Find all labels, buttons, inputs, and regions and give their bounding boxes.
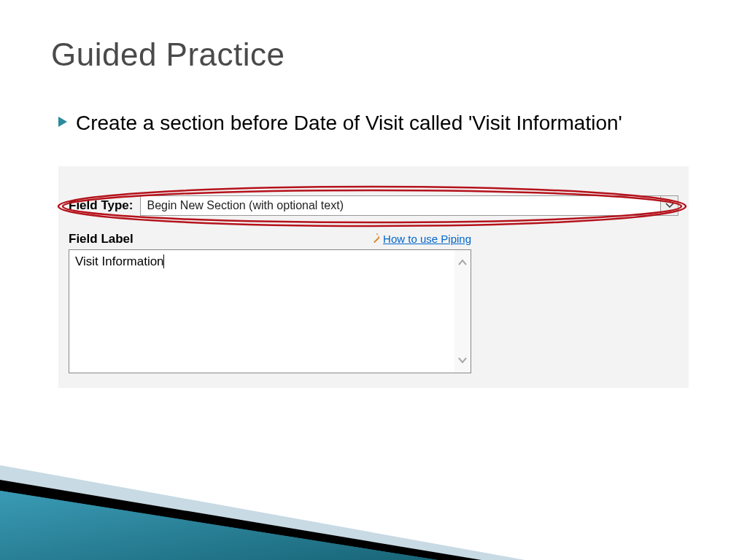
footer-triangle-decoration [0, 465, 747, 560]
chevron-down-icon [660, 196, 678, 215]
piping-link-container: How to use Piping [369, 232, 471, 246]
triangle-bullet-icon [58, 117, 67, 130]
svg-point-5 [378, 236, 379, 237]
field-label-heading: Field Label [69, 232, 133, 246]
field-label-row: Field Label How to use Piping [69, 232, 471, 246]
chevron-up-icon [457, 256, 468, 269]
field-type-select-value: Begin New Section (with optional text) [141, 196, 660, 215]
form-panel: Field Type: Begin New Section (with opti… [58, 166, 689, 388]
field-type-select[interactable]: Begin New Section (with optional text) [140, 195, 678, 216]
svg-marker-0 [58, 117, 67, 127]
bullet-item: Create a section before Date of Visit ca… [58, 109, 689, 137]
field-label-textarea[interactable]: Visit Information [69, 249, 471, 373]
text-cursor-icon [163, 254, 164, 268]
piping-help-link[interactable]: How to use Piping [383, 233, 471, 245]
svg-rect-3 [374, 237, 379, 243]
bullet-text: Create a section before Date of Visit ca… [76, 109, 622, 137]
textarea-text: Visit Information [75, 254, 164, 268]
slide-title: Guided Practice [0, 0, 747, 88]
wand-icon [369, 232, 380, 246]
textarea-scrollbar[interactable] [454, 250, 471, 373]
textarea-content: Visit Information [69, 250, 454, 373]
chevron-down-icon [457, 354, 468, 367]
field-type-label: Field Type: [69, 198, 133, 213]
field-type-row: Field Type: Begin New Section (with opti… [69, 195, 678, 216]
bullet-container: Create a section before Date of Visit ca… [0, 88, 747, 152]
svg-marker-9 [0, 491, 438, 560]
svg-point-4 [376, 233, 378, 235]
